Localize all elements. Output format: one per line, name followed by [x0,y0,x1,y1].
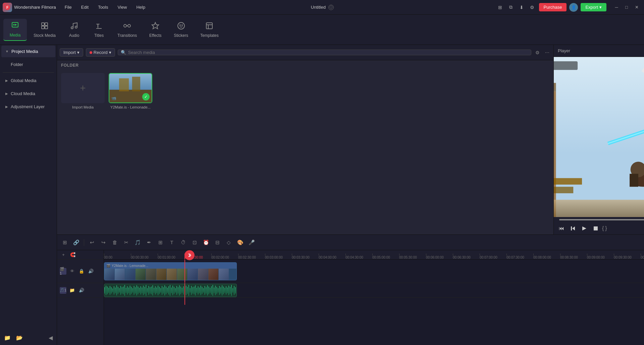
more-options-icon[interactable]: ··· [544,48,551,57]
svg-rect-8 [45,26,48,29]
voice-button[interactable]: 🎤 [247,237,257,248]
toolbar-item-media[interactable]: Media [3,19,27,41]
minimize-button[interactable]: ─ [612,3,621,12]
audio-track-volume[interactable]: 🔊 [78,287,85,294]
adjustment-layer-label: Adjustment Layer [11,104,45,109]
window-icon-1[interactable]: ⊞ [496,3,504,11]
new-project-button[interactable]: 📁 [3,333,12,342]
menu-view[interactable]: View [114,3,130,11]
prev-frame-button[interactable]: ⏮ [556,223,567,233]
toolbar-item-audio[interactable]: Audio [62,19,86,41]
search-input[interactable] [128,50,528,55]
pen-tool-button[interactable]: ✒ [144,237,154,248]
menu-help[interactable]: Help [133,3,149,11]
list-item[interactable]: + Import Media [61,73,105,232]
svg-point-17 [178,22,184,29]
ruler-mark-9: 00:04:30:00 [345,254,372,259]
record-button[interactable]: Record ▾ [86,48,115,57]
audio-track-number: 🎵1 [60,287,66,294]
toolbar-item-titles[interactable]: T Titles [87,19,111,41]
in-point-bracket[interactable]: { [602,225,604,231]
toolbar-item-templates[interactable]: Templates [195,19,224,41]
sidebar-item-cloud-media[interactable]: ▶ Cloud Media [1,88,55,99]
filter-icon[interactable]: ⚙ [534,49,541,57]
play-backward-button[interactable] [568,223,578,233]
svg-rect-87 [146,285,146,296]
out-point-bracket[interactable]: } [605,225,607,231]
collapse-sidebar-button[interactable]: ◀ [47,334,54,341]
import-button[interactable]: Import ▾ [60,48,83,57]
svg-rect-55 [594,226,598,230]
frame-thumb [156,269,166,280]
sidebar-item-project-media[interactable]: ▼ Project Media [1,46,55,57]
text-button[interactable]: T [167,237,177,248]
playhead-line [184,260,185,283]
timer-button[interactable]: ⏰ [201,237,211,248]
audio-track-folder[interactable]: 📁 [68,287,76,294]
media-label: Media [10,33,21,38]
video-track-volume[interactable]: 🔊 [87,268,95,275]
bottom-timeline: + 🧲 🎬1 👁 🔒 🔊 🎵1 📁 🔊 [57,250,644,345]
sidebar-item-folder[interactable]: Folder [1,59,55,70]
video-track-lock[interactable]: 🔒 [78,268,85,275]
timeline-link-button[interactable]: 🔗 [71,237,81,248]
stop-button[interactable] [591,223,601,233]
video-clip[interactable]: 🎬 Y2Mate.is - Lemonade... [104,262,237,280]
svg-rect-111 [178,287,178,294]
audio-button[interactable]: 🎵 [132,237,143,248]
redo-button[interactable]: ↪ [98,237,108,248]
menu-file[interactable]: File [61,3,75,11]
info-icon[interactable]: ⓘ [328,5,334,10]
crop-button[interactable]: ⊞ [155,237,165,248]
menu-tools[interactable]: Tools [95,3,111,11]
speed-button[interactable]: ⏱ [178,237,188,248]
frame-thumb [198,269,208,280]
menu-edit[interactable]: Edit [78,3,92,11]
toolbar-item-stock-media[interactable]: Stock Media [28,19,61,41]
expand-button[interactable]: ⊟ [212,237,222,248]
window-icon-2[interactable]: ⧉ [507,3,515,11]
window-icon-3[interactable]: ⬇ [518,3,526,11]
window-icon-4[interactable]: ⚙ [528,3,536,11]
purchase-button[interactable]: Purchase [539,3,567,11]
user-avatar[interactable]: 👤 [569,3,578,12]
toolbar-item-transitions[interactable]: Transitions [112,19,142,41]
import-media-thumb[interactable]: + [61,73,105,103]
delete-button[interactable]: 🗑 [110,237,120,248]
ruler-mark-8: 00:04:00:00 [319,254,345,259]
svg-rect-98 [160,288,161,292]
add-track-button[interactable]: + [60,251,67,259]
svg-rect-59 [108,288,109,293]
video-track-number: 🎬1 [60,268,66,275]
transform-button[interactable]: ⊡ [190,237,200,248]
sidebar-item-adjustment-layer[interactable]: ▶ Adjustment Layer [1,101,55,113]
player-progress-section [554,217,644,222]
toolbar-item-effects[interactable]: Effects [144,19,167,41]
svg-rect-83 [140,286,141,295]
mask-button[interactable]: ◇ [224,237,234,248]
toolbar-item-stickers[interactable]: Stickers [168,19,194,41]
ruler-mark-7: 00:03:30:00 [292,254,319,259]
left-sidebar: ▼ Project Media Folder ▶ Global Media ▶ … [0,45,57,345]
list-item[interactable]: 📹 ✓ Y2Mate.is - Lemonade... [109,73,152,232]
cut-button[interactable]: ✂ [121,237,131,248]
player-scene: gopro56511 88 / 150 [554,57,644,217]
svg-rect-96 [158,286,158,295]
play-button[interactable] [579,223,589,233]
progress-bar[interactable] [559,219,644,220]
magnet-button[interactable]: 🧲 [69,251,76,259]
timeline-settings-button[interactable]: ⊞ [60,237,70,248]
svg-rect-31 [554,91,556,217]
maximize-button[interactable]: □ [622,3,631,12]
video-media-thumb[interactable]: 📹 ✓ [109,73,152,103]
svg-rect-104 [168,286,169,295]
close-button[interactable]: ✕ [632,3,641,12]
sidebar-item-global-media[interactable]: ▶ Global Media [1,75,55,86]
add-folder-button[interactable]: 📂 [15,333,24,342]
export-button[interactable]: Export ▾ [581,3,606,11]
svg-rect-127 [199,287,200,293]
undo-button[interactable]: ↩ [87,237,97,248]
video-track-eye[interactable]: 👁 [68,268,76,275]
color-button[interactable]: 🎨 [235,237,245,248]
audio-clip[interactable] [104,284,237,297]
